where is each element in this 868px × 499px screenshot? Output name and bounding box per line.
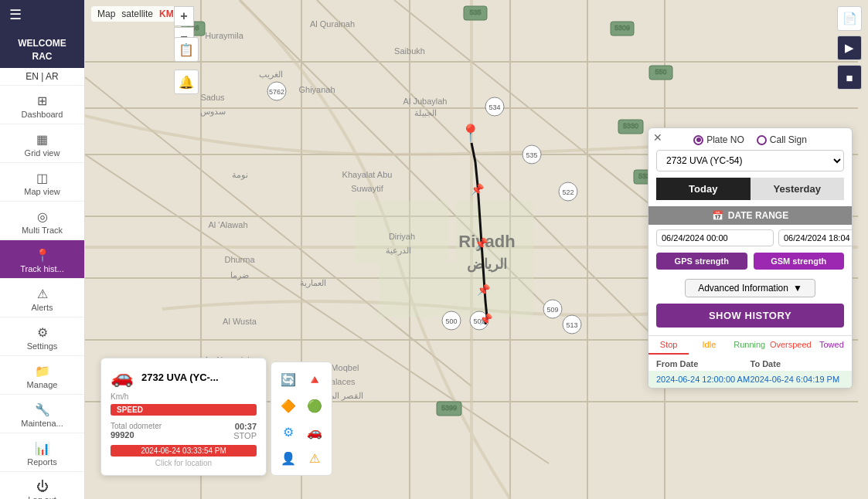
svg-text:Dhurma: Dhurma: [224, 255, 255, 264]
map-doc-button[interactable]: 📋: [174, 37, 199, 62]
ctrl-icon-alert[interactable]: 🔶: [277, 395, 299, 416]
svg-text:535: 535: [526, 151, 537, 159]
radio-plate-label: Plate NO: [706, 134, 744, 145]
sidebar-item-dashboard[interactable]: ⊞ Dashboard: [0, 86, 84, 124]
alerts-label: Alerts: [31, 303, 53, 312]
svg-rect-23: [379, 263, 448, 317]
svg-text:Al Jubaylah: Al Jubaylah: [403, 97, 448, 106]
status-tab-stop[interactable]: Stop: [648, 336, 689, 355]
stop-icon: ■: [846, 71, 853, 84]
date-to-input[interactable]: [778, 229, 853, 246]
header-to-date: To Date: [751, 359, 845, 368]
radio-plate-no[interactable]: Plate NO: [693, 134, 744, 145]
maintenance-icon: 🔧: [35, 402, 50, 417]
bell-icon: 🔔: [179, 75, 194, 90]
svg-text:📌: 📌: [471, 183, 485, 196]
map-side-icons: 📄 ▶ ■: [837, 6, 862, 90]
track-history-panel: ✕ Plate NO Call Sign 2732 UVA (YC-54) To…: [648, 127, 853, 389]
row-to-date: 2024-06-24 6:04:19 PM: [751, 375, 845, 384]
status-tab-running[interactable]: Running: [730, 336, 770, 355]
svg-text:500: 500: [445, 317, 457, 325]
map-background[interactable]: 546 535 5309 550 5330 5333 522 5399 Hura…: [85, 0, 868, 499]
row-from-date: 2024-06-24 12:00:00 AM: [656, 375, 751, 384]
sidebar-item-logout[interactable]: ⏻ Log out: [0, 472, 84, 499]
vehicle-card-header: 🚗 2732 UVA (YC-...: [111, 366, 257, 388]
sidebar-header: WELCOME RAC: [0, 29, 84, 68]
gps-strength-button[interactable]: GPS strength: [656, 253, 747, 270]
sidebar-item-manage[interactable]: 📁 Manage: [0, 356, 84, 395]
sidebar-item-multi-track[interactable]: ◎ Multi Track: [0, 202, 84, 240]
multi-track-icon: ◎: [37, 209, 48, 224]
sidebar-item-reports[interactable]: 📊 Reports: [0, 433, 84, 472]
ctrl-icon-warning[interactable]: ⚠: [304, 447, 325, 469]
logout-icon: ⏻: [36, 480, 49, 494]
status-value: STOP: [233, 431, 257, 440]
svg-text:📌: 📌: [477, 283, 491, 297]
svg-text:522: 522: [562, 188, 574, 196]
ctrl-icon-settings[interactable]: ⚙: [277, 421, 299, 443]
sidebar-item-grid-view[interactable]: ▦ Grid view: [0, 124, 84, 163]
ctrl-icon-person[interactable]: 👤: [277, 447, 299, 469]
lang-sep: |: [41, 71, 43, 82]
sidebar-item-track-history[interactable]: 📍 Track hist...: [0, 240, 84, 279]
map-label[interactable]: Map: [97, 8, 115, 19]
zoom-in-button[interactable]: +: [174, 6, 194, 26]
date-from-input[interactable]: [656, 229, 774, 246]
play-icon: ▶: [845, 41, 854, 55]
play-icon-button[interactable]: ▶: [837, 36, 862, 60]
svg-text:الغريب: الغريب: [259, 70, 283, 80]
ctrl-icon-navigate[interactable]: 🔄: [277, 368, 299, 390]
chevron-down-icon: ▼: [793, 283, 802, 294]
company-text: RAC: [0, 50, 84, 63]
map-bell-button[interactable]: 🔔: [174, 70, 199, 94]
status-tab-overspeed[interactable]: Overspeed: [770, 336, 812, 355]
sidebar-item-alerts[interactable]: ⚠ Alerts: [0, 279, 84, 317]
stop-icon-button[interactable]: ■: [837, 65, 862, 90]
doc-icon: 📋: [179, 42, 194, 57]
speed-unit: Km/h: [111, 392, 257, 401]
multi-track-label: Multi Track: [22, 226, 63, 235]
sidebar-hamburger[interactable]: ☰: [0, 0, 84, 29]
satellite-label[interactable]: satellite: [121, 8, 153, 19]
advanced-info-button[interactable]: Advanced Information ▼: [685, 279, 815, 297]
click-location-link[interactable]: Click for location: [111, 459, 257, 467]
settings-icon: ⚙: [37, 325, 48, 340]
svg-text:5399: 5399: [441, 404, 457, 412]
maintenance-label: Maintena...: [21, 419, 63, 428]
status-tab-towed[interactable]: Towed: [812, 336, 852, 355]
gsm-strength-button[interactable]: GSM strength: [754, 253, 845, 270]
status-tab-idle[interactable]: Idle: [689, 336, 729, 355]
panel-close-button[interactable]: ✕: [653, 131, 662, 144]
svg-text:535: 535: [469, 8, 481, 16]
lang-en[interactable]: EN: [26, 71, 39, 82]
manage-icon: 📁: [35, 364, 50, 378]
reports-label: Reports: [27, 457, 57, 467]
ctrl-icon-flag[interactable]: 🔺: [304, 368, 325, 390]
yesterday-button[interactable]: Yesterday: [751, 178, 845, 200]
sidebar-item-settings[interactable]: ⚙ Settings: [0, 317, 84, 356]
lang-ar[interactable]: AR: [46, 71, 59, 82]
ctrl-icon-check[interactable]: 🟢: [304, 395, 325, 416]
radio-call-sign[interactable]: Call Sign: [757, 134, 807, 145]
copy-icon-button[interactable]: 📄: [837, 6, 862, 31]
odometer-label: Total odometer: [111, 422, 162, 430]
sidebar: ☰ WELCOME RAC EN | AR ⊞ Dashboard ▦ Grid…: [0, 0, 85, 499]
svg-text:550: 550: [655, 68, 666, 76]
vehicle-select[interactable]: 2732 UVA (YC-54): [656, 150, 844, 171]
today-button[interactable]: Today: [656, 178, 751, 200]
sidebar-item-maintenance[interactable]: 🔧 Maintena...: [0, 395, 84, 433]
show-history-button[interactable]: SHOW HISTORY: [656, 304, 844, 328]
svg-text:Al Qurainah: Al Qurainah: [310, 19, 355, 29]
svg-text:الدرعية: الدرعية: [386, 246, 411, 256]
history-table-row: 2024-06-24 12:00:00 AM 2024-06-24 6:04:1…: [648, 371, 852, 388]
ctrl-icon-car[interactable]: 🚗: [304, 421, 325, 443]
svg-text:Ghiyanah: Ghiyanah: [298, 85, 335, 94]
svg-text:ضرما: ضرما: [230, 270, 249, 280]
radio-callsign-dot: [757, 135, 767, 145]
sidebar-item-map-view[interactable]: ◫ Map view: [0, 163, 84, 202]
duration-value: 00:37: [233, 422, 257, 431]
header-from-date: From Date: [656, 359, 751, 368]
svg-text:509: 509: [546, 306, 558, 314]
today-yesterday-row: Today Yesterday: [656, 178, 844, 200]
vehicle-plate: 2732 UVA (YC-...: [141, 372, 219, 383]
